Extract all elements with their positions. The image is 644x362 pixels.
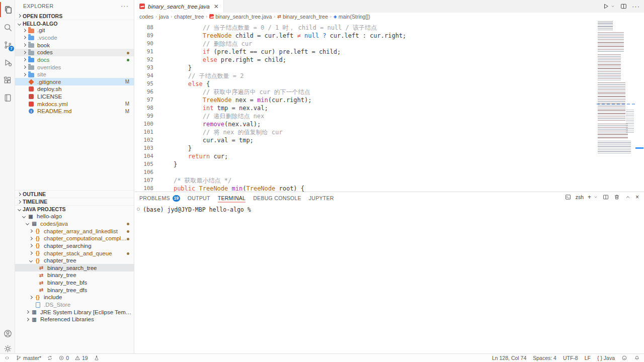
tree-item--gitignore[interactable]: .gitignoreM <box>15 78 134 85</box>
terminal-dropdown-icon[interactable] <box>593 194 598 201</box>
split-editor-icon[interactable] <box>620 3 627 10</box>
run-button[interactable] <box>602 3 610 10</box>
kill-terminal-icon[interactable] <box>613 194 620 201</box>
tree-item-license[interactable]: LICENSE <box>15 93 134 101</box>
section-java-projects[interactable]: JAVA PROJECTS <box>15 205 134 213</box>
tree-item-jre-system-library-eclipse-temurin-17-17-[interactable]: ▥JRE System Library [Eclipse Temurin 17 … <box>15 308 134 316</box>
tree-item-label: site <box>37 71 46 77</box>
tree-item-codes-java[interactable]: ▤codes/java <box>15 220 134 228</box>
section-outline[interactable]: OUTLINE <box>15 190 134 198</box>
section-open-editors[interactable]: OPEN EDITORS <box>15 12 134 20</box>
activity-bar-run-and-debug[interactable] <box>0 55 15 70</box>
activity-bar-extensions[interactable] <box>0 72 15 87</box>
tree-item-chapter-array-and-linkedlist[interactable]: {}chapter_array_and_linkedlist <box>15 227 134 235</box>
tree-item-binary-tree[interactable]: ⇄binary_tree <box>15 272 134 279</box>
tree-item-docs[interactable]: docs <box>15 56 134 64</box>
breadcrumb-item[interactable]: ⇄binary_search_tree <box>277 14 328 20</box>
panel-tab-jupyter[interactable]: JUPYTER <box>309 194 334 203</box>
code-area[interactable]: 88 // 当子结点数量 = 0 / 1 时， child = null / 该… <box>135 20 597 192</box>
tree-item-label: .vscode <box>37 35 57 41</box>
status-language-mode[interactable]: { } Java <box>597 354 615 362</box>
tree-item--git[interactable]: .git <box>15 27 134 34</box>
split-terminal-icon[interactable] <box>602 194 609 201</box>
chevron-icon <box>23 36 26 39</box>
status-git-branch[interactable]: master* <box>16 354 41 362</box>
breadcrumb-item[interactable]: codes <box>139 14 153 20</box>
activity-bar-account[interactable] <box>0 326 15 341</box>
maximize-panel-icon[interactable] <box>624 194 631 201</box>
status-remote[interactable] <box>4 354 10 362</box>
close-panel-icon[interactable]: × <box>635 194 639 200</box>
tree-item-binary-search-tree[interactable]: ⇄binary_search_tree <box>15 264 134 272</box>
panel-tab-debug-console[interactable]: DEBUG CONSOLE <box>253 194 301 203</box>
shell-name[interactable]: zsh <box>576 194 584 200</box>
status-notifications[interactable] <box>634 354 640 362</box>
minimap[interactable] <box>597 20 635 192</box>
breadcrumb-item[interactable]: ◈main(String[]) <box>334 14 370 20</box>
breadcrumb-item[interactable]: binary_search_tree.java <box>209 14 272 20</box>
status-errors[interactable]: 0 <box>58 354 69 362</box>
editor-tab-bar: binary_search_tree.java ✕ <box>135 0 644 13</box>
panel-tab-terminal[interactable]: TERMINAL <box>218 194 246 203</box>
code-line-90: 90 // 删除结点 cur <box>135 32 597 40</box>
new-terminal-icon[interactable]: + <box>588 194 591 200</box>
tree-item-chapter-tree[interactable]: {}chapter_tree <box>15 257 134 264</box>
tree-item-chapter-searching[interactable]: {}chapter_searching <box>15 242 134 250</box>
section-timeline[interactable]: TIMELINE <box>15 198 134 205</box>
tree-item-readme-md[interactable]: iREADME.mdM <box>15 108 134 115</box>
tree-item-binary-tree-bfs[interactable]: ⇄binary_tree_bfs <box>15 279 134 287</box>
method-icon: ◈ <box>334 14 337 19</box>
file-icon <box>28 94 35 100</box>
tree-item-label: chapter_computational_complexity <box>44 235 127 241</box>
status-cursor-position[interactable]: Ln 128, Col 74 <box>492 354 526 362</box>
status-tests[interactable] <box>94 354 100 362</box>
status-warnings[interactable]: 19 <box>74 354 88 362</box>
tree-item-chapter-stack-and-queue[interactable]: {}chapter_stack_and_queue <box>15 249 134 257</box>
code-line-106: 106 <box>135 160 597 168</box>
tree-item-codes[interactable]: codes <box>15 49 134 56</box>
smiley-icon <box>621 355 627 361</box>
code-line-101: 101 // 将 nex 的值复制给 cur <box>135 120 597 128</box>
terminal[interactable]: (base) jyd@JYD-MBP hello-algo % <box>137 206 644 353</box>
tab-label: binary_search_tree.java <box>148 4 210 10</box>
more-actions-icon[interactable]: ··· <box>632 3 640 10</box>
status-indentation[interactable]: Spaces: 4 <box>533 354 556 362</box>
panel-tab-problems[interactable]: PROBLEMS19 <box>139 194 180 203</box>
files-icon <box>4 5 13 15</box>
run-dropdown-icon[interactable] <box>610 3 615 10</box>
breadcrumb-item[interactable]: java <box>159 14 169 20</box>
section-root-folder[interactable]: HELLO-ALGO <box>15 20 134 27</box>
activity-bar-source-control[interactable]: 7 <box>0 37 15 52</box>
file-icon <box>28 86 35 93</box>
tree-item-overrides[interactable]: overrides <box>15 63 134 71</box>
sync-icon <box>47 355 53 361</box>
overview-ruler[interactable] <box>635 20 644 192</box>
close-icon[interactable]: ✕ <box>214 3 219 10</box>
tree-item-site[interactable]: site <box>15 71 134 78</box>
tree-item-binary-tree-dfs[interactable]: ⇄binary_tree_dfs <box>15 286 134 294</box>
chevron-icon <box>26 310 29 314</box>
status-encoding[interactable]: UTF-8 <box>563 354 578 362</box>
activity-bar-notebook[interactable] <box>0 90 15 105</box>
status-feedback[interactable] <box>621 354 627 362</box>
breadcrumb-item[interactable]: chapter_tree <box>174 14 204 20</box>
panel-tab-output[interactable]: OUTPUT <box>188 194 210 203</box>
tree-item-include[interactable]: {}include <box>15 294 134 301</box>
status-sync[interactable] <box>47 354 53 362</box>
tree-item--ds-store[interactable]: .DS_Store <box>15 301 134 309</box>
panel-tab-label: JUPYTER <box>309 195 334 201</box>
activity-bar-search[interactable] <box>0 20 15 35</box>
sidebar-title: EXPLORER <box>23 3 53 9</box>
tree-item-referenced-libraries[interactable]: ▥Referenced Libraries <box>15 316 134 323</box>
tree-item-book[interactable]: book <box>15 41 134 49</box>
tree-item-mkdocs-yml[interactable]: mkdocs.ymlM <box>15 100 134 108</box>
status-eol[interactable]: LF <box>585 354 591 362</box>
tree-item-chapter-computational-complexity[interactable]: {}chapter_computational_complexity <box>15 235 134 242</box>
tree-item--vscode[interactable]: .vscode <box>15 34 134 42</box>
tree-item-deploy-sh[interactable]: deploy.sh <box>15 85 134 93</box>
activity-bar-explorer[interactable] <box>0 2 15 17</box>
more-actions-icon[interactable]: ··· <box>121 2 129 10</box>
tab-binary-search-tree[interactable]: binary_search_tree.java ✕ <box>135 0 224 13</box>
tree-item-label: chapter_stack_and_queue <box>44 250 112 256</box>
tree-item-hello-algo[interactable]: ▦hello-algo <box>15 213 134 220</box>
